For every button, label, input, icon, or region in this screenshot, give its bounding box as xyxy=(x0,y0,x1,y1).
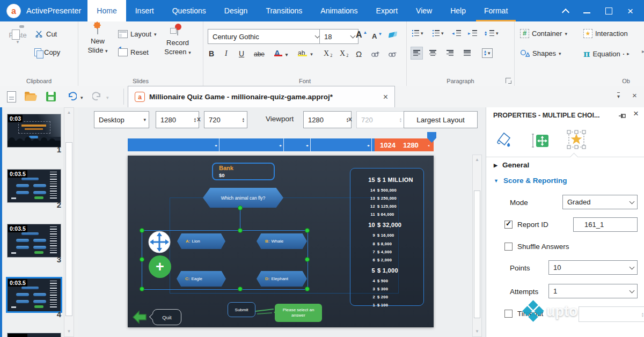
answer-option-a[interactable]: A:Lion xyxy=(177,233,225,249)
quit-button[interactable]: Quit xyxy=(152,309,181,325)
breakpoint-marker-icon[interactable]: ◂▸ xyxy=(367,138,369,151)
undo-menu-arrow-icon[interactable]: ▾ xyxy=(80,95,83,100)
scrollbar-thumb[interactable] xyxy=(474,191,480,318)
align-center-button[interactable] xyxy=(429,49,436,57)
justify-button[interactable] xyxy=(464,49,471,57)
paragraph-dialog-launcher-icon[interactable] xyxy=(506,78,511,83)
italic-button[interactable]: I xyxy=(225,49,228,58)
interaction-button[interactable]: ★ Interaction xyxy=(583,29,628,38)
minimize-icon[interactable] xyxy=(583,12,590,13)
slide-thumbnail-3[interactable]: 0:03.5 xyxy=(7,224,61,258)
selection-handle[interactable] xyxy=(238,287,243,291)
bullet-list-button[interactable]: ▾ xyxy=(412,30,423,36)
selection-handle[interactable] xyxy=(305,287,310,291)
selection-handle[interactable] xyxy=(140,228,144,233)
shrink-font-button[interactable]: A▼ xyxy=(372,32,382,40)
move-cursor-icon[interactable] xyxy=(148,230,171,254)
vertical-align-button[interactable]: ▴▾▾ xyxy=(482,48,493,58)
timeout-checkbox[interactable] xyxy=(504,310,513,318)
close-pane-icon[interactable]: × xyxy=(632,91,637,100)
insert-link-button[interactable] xyxy=(371,50,380,60)
ribbon-scroll-right-icon[interactable]: ▸ xyxy=(642,48,644,54)
menu-tab-transitions[interactable]: Transitions xyxy=(257,0,311,21)
close-panel-icon[interactable]: × xyxy=(633,108,639,119)
close-document-icon[interactable]: × xyxy=(383,92,388,102)
slide-stage[interactable]: Bank $0 Which animal can fly? A:Lion B:W… xyxy=(128,156,434,327)
clear-formatting-button[interactable] xyxy=(389,32,397,37)
menu-tab-view[interactable]: View xyxy=(407,0,441,21)
add-answer-button[interactable]: + xyxy=(149,255,171,278)
slide-thumbnail-2[interactable]: 0:03.5 xyxy=(7,169,61,203)
equation-button[interactable]: π Equation•▸ xyxy=(583,48,630,59)
cut-button[interactable]: Cut xyxy=(35,30,57,38)
align-left-button[interactable] xyxy=(411,47,422,59)
underline-button[interactable]: U xyxy=(239,49,244,58)
decrease-indent-button[interactable] xyxy=(454,30,461,36)
bold-button[interactable]: B xyxy=(209,49,214,58)
report-id-input[interactable]: 161_1 xyxy=(573,217,638,232)
paste-button[interactable]: Paste ▾ xyxy=(4,27,31,45)
section-general[interactable]: ▶ General xyxy=(494,161,529,169)
strikethrough-button[interactable]: abe xyxy=(254,50,265,58)
report-id-checkbox[interactable] xyxy=(504,221,513,229)
new-slide-button[interactable]: New Slide ▾ xyxy=(83,26,113,56)
answer-option-b[interactable]: B:Whale xyxy=(257,233,307,249)
slide-panel-scrollbar[interactable]: ▲ ▼ xyxy=(64,107,74,337)
canvas-scrollbar[interactable]: ▲ ▼ xyxy=(472,155,482,337)
font-color-button[interactable]: A ▾ xyxy=(274,48,288,57)
open-project-button[interactable] xyxy=(25,93,35,101)
mode-select[interactable]: Graded xyxy=(562,195,638,209)
menu-tab-help[interactable]: Help xyxy=(441,0,475,21)
money-ladder[interactable]: 15$ 1 MILLION14$ 500,00013$ 250,00012$ 1… xyxy=(350,168,424,306)
slide-height-spinner[interactable]: 720▴▾ xyxy=(204,111,247,128)
scroll-down-icon[interactable]: ▼ xyxy=(473,328,481,335)
selection-handle[interactable] xyxy=(305,257,310,262)
points-select[interactable]: 10 xyxy=(548,260,638,275)
superscript-button[interactable]: X2 xyxy=(324,49,332,58)
scrollbar-thumb[interactable] xyxy=(65,142,72,316)
menu-tab-design[interactable]: Design xyxy=(215,0,257,21)
selection-handle[interactable] xyxy=(140,257,144,262)
scroll-up-icon[interactable]: ▲ xyxy=(64,109,74,116)
grow-font-button[interactable]: A▲ xyxy=(356,30,367,40)
collapse-ribbon-icon[interactable] xyxy=(562,8,569,16)
numbered-list-button[interactable]: ▾ xyxy=(433,30,444,36)
active-breakpoint-range[interactable]: 1024 1280 xyxy=(375,138,434,151)
selection-handle[interactable] xyxy=(305,228,310,233)
slide-thumbnail-1[interactable]: 0:03 xyxy=(7,114,61,148)
increase-indent-button[interactable] xyxy=(470,30,477,36)
largest-layout-button[interactable]: Largest Layout xyxy=(404,111,478,128)
back-arrow-icon[interactable] xyxy=(132,310,147,324)
tab-interactivity-selected[interactable] xyxy=(566,129,587,152)
viewport-width-spinner[interactable]: 1280▴▾ xyxy=(303,111,352,128)
device-select[interactable]: Desktop▾ xyxy=(94,111,149,128)
menu-tab-export[interactable]: Export xyxy=(367,0,407,21)
slide-width-spinner[interactable]: 1280▴▾ xyxy=(156,111,199,128)
breakpoint-ruler[interactable] xyxy=(128,138,375,151)
breakpoint-marker-icon[interactable]: ◂▸ xyxy=(279,138,281,151)
symbol-button[interactable]: Ω xyxy=(356,49,362,58)
redo-menu-arrow-icon[interactable]: ▾ xyxy=(106,95,109,100)
undo-button[interactable] xyxy=(67,91,77,104)
pin-icon[interactable] xyxy=(618,112,627,120)
layout-button[interactable]: Layout▾ xyxy=(118,30,157,38)
menu-tab-home[interactable]: Home xyxy=(87,0,126,21)
slide-thumbnail-4-selected[interactable]: 0:03.5 xyxy=(7,278,61,312)
record-screen-button[interactable]: Record Screen ▾ xyxy=(159,27,196,57)
section-score-reporting[interactable]: ▼ Score & Reporting xyxy=(494,177,567,185)
redo-button[interactable] xyxy=(92,91,103,104)
close-icon[interactable]: × xyxy=(627,6,633,16)
bank-box[interactable]: Bank $0 xyxy=(212,163,275,180)
feedback-callout[interactable]: Please select ananswer xyxy=(275,304,322,322)
line-spacing-button[interactable]: ▾ xyxy=(487,30,499,36)
new-project-button[interactable] xyxy=(7,91,16,102)
font-size-combo[interactable]: 18 xyxy=(319,29,358,44)
font-family-combo[interactable]: Century Gothic xyxy=(208,29,323,44)
remove-link-button[interactable] xyxy=(388,50,397,60)
breakpoint-marker-icon[interactable]: ◂▸ xyxy=(215,138,217,151)
align-right-button[interactable] xyxy=(447,49,453,57)
answer-option-c[interactable]: C:Eagle xyxy=(177,271,226,287)
shapes-button[interactable]: Shapes▾ xyxy=(520,49,561,57)
document-tab[interactable]: a Millionaire Quiz Game - millionaire-qu… xyxy=(128,86,395,107)
selection-handle[interactable] xyxy=(140,287,144,291)
